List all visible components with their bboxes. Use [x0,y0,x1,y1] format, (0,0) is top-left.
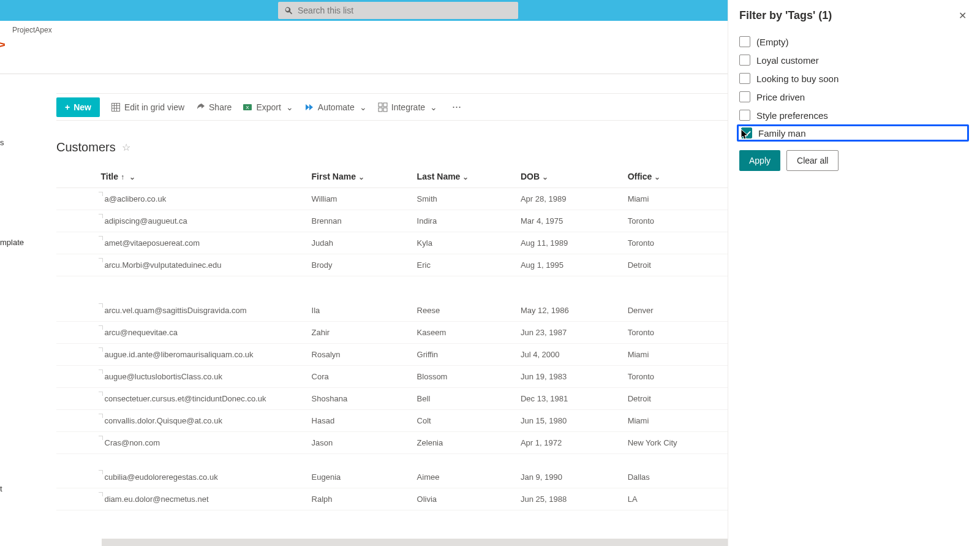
row-selector[interactable] [56,232,96,254]
row-selector[interactable] [56,210,96,232]
cell-office: LA [623,488,728,510]
chevron-down-icon: ⌄ [462,173,469,181]
filter-option[interactable]: (Empty) [739,32,969,51]
row-selector[interactable] [56,188,96,210]
checkbox-icon[interactable] [739,55,750,66]
cell-dob: Apr 1, 1972 [516,432,623,454]
chevron-down-icon: ⌄ [358,173,364,181]
cell-title[interactable]: arcu@nequevitae.ca [96,322,307,344]
cell-last-name: Colt [412,410,516,432]
row-selector[interactable] [56,344,96,366]
automate-label: Automate [318,102,355,112]
col-header-title[interactable]: Title↑⌄ [96,165,307,188]
row-selector[interactable] [56,254,96,276]
cell-title[interactable]: a@aclibero.co.uk [96,188,307,210]
cell-title[interactable]: convallis.dolor.Quisque@at.co.uk [96,410,307,432]
integrate-label: Integrate [391,102,425,112]
filter-option-label: Style preferences [756,110,828,121]
row-selector[interactable] [56,388,96,410]
search-input[interactable] [298,6,512,15]
cell-last-name: Olivia [412,488,516,510]
cell-title[interactable]: adipiscing@augueut.ca [96,210,307,232]
new-button[interactable]: + New [56,97,100,117]
filter-option[interactable]: Looking to buy soon [739,69,969,88]
cell-office: Detroit [623,388,728,410]
cell-last-name: Zelenia [412,432,516,454]
cell-first-name: William [307,188,412,210]
cell-office: Denver [623,294,728,322]
more-actions-button[interactable]: ··· [448,100,465,113]
col-header-last-name[interactable]: Last Name⌄ [412,165,516,188]
row-selector[interactable] [56,488,96,510]
row-selector[interactable] [56,294,96,322]
export-button[interactable]: X Export ⌄ [243,102,293,112]
cell-title[interactable]: consectetuer.cursus.et@tinciduntDonec.co… [96,388,307,410]
cell-title[interactable]: augue.id.ante@liberomaurisaliquam.co.uk [96,344,307,366]
search-box[interactable] [278,2,518,19]
row-selector[interactable] [56,366,96,388]
cell-last-name: Smith [412,188,516,210]
sort-asc-icon: ↑ [121,173,124,181]
integrate-icon [378,102,388,112]
filter-option-label: Loyal customer [756,55,819,66]
automate-button[interactable]: Automate ⌄ [304,102,367,112]
cell-title[interactable]: augue@luctuslobortisClass.co.uk [96,366,307,388]
excel-icon: X [243,102,252,112]
filter-option-label: Family man [758,128,806,138]
cell-dob: Jun 25, 1988 [516,488,623,510]
cell-title[interactable]: amet@vitaeposuereat.com [96,232,307,254]
checkbox-icon[interactable] [739,36,750,47]
search-icon [284,6,293,15]
row-selector[interactable] [56,432,96,454]
cell-first-name: Zahir [307,322,412,344]
cell-first-name: Brody [307,254,412,276]
cell-last-name: Reese [412,294,516,322]
filter-option[interactable]: Family man [737,124,969,142]
panel-header: Filter by 'Tags' (1) ✕ [739,7,969,24]
filter-option[interactable]: Style preferences [739,106,969,124]
checkbox-icon[interactable] [739,91,750,102]
row-selector[interactable] [56,322,96,344]
cell-title[interactable]: diam.eu.dolor@necmetus.net [96,488,307,510]
svg-rect-3 [383,103,387,107]
cell-office: Miami [623,344,728,366]
plus-icon: + [65,102,70,112]
cell-first-name: Eugenia [307,466,412,488]
edit-grid-view-button[interactable]: Edit in grid view [111,102,184,112]
checkbox-icon[interactable] [741,127,752,138]
cell-title[interactable]: arcu.Morbi@vulputateduinec.edu [96,254,307,276]
close-icon[interactable]: ✕ [956,7,969,24]
svg-rect-5 [383,108,387,112]
cell-dob: Jun 19, 1983 [516,366,623,388]
row-selector[interactable] [56,410,96,432]
checkbox-icon[interactable] [739,73,750,84]
select-all-header[interactable] [56,165,96,188]
filter-option-label: Price driven [756,92,805,102]
filter-option[interactable]: Price driven [739,88,969,106]
cell-first-name: Cora [307,366,412,388]
cell-title[interactable]: arcu.vel.quam@sagittisDuisgravida.com [96,294,307,322]
col-header-first-name[interactable]: First Name⌄ [307,165,412,188]
favorite-star-icon[interactable]: ☆ [122,142,130,153]
filter-panel: Filter by 'Tags' (1) ✕ (Empty)Loyal cust… [728,0,980,546]
svg-text:X: X [246,105,250,110]
clear-all-button[interactable]: Clear all [786,150,839,171]
cell-office: Detroit [623,254,728,276]
col-header-dob[interactable]: DOB⌄ [516,165,623,188]
panel-actions: Apply Clear all [739,150,969,171]
leftnav-fragment: mplate [0,238,24,247]
filter-option-label: Looking to buy soon [756,74,839,84]
filter-option-label: (Empty) [756,37,789,47]
cell-office: Toronto [623,210,728,232]
col-header-office[interactable]: Office⌄ [623,165,728,188]
integrate-button[interactable]: Integrate ⌄ [378,102,437,112]
checkbox-icon[interactable] [739,110,750,121]
cell-title[interactable]: Cras@non.com [96,432,307,454]
filter-option[interactable]: Loyal customer [739,51,969,69]
cell-title[interactable]: cubilia@eudoloreregestas.co.uk [96,466,307,488]
cell-office: Miami [623,188,728,210]
share-button[interactable]: Share [195,102,232,112]
apply-button[interactable]: Apply [739,150,780,171]
row-selector[interactable] [56,466,96,488]
cell-dob: Mar 4, 1975 [516,210,623,232]
